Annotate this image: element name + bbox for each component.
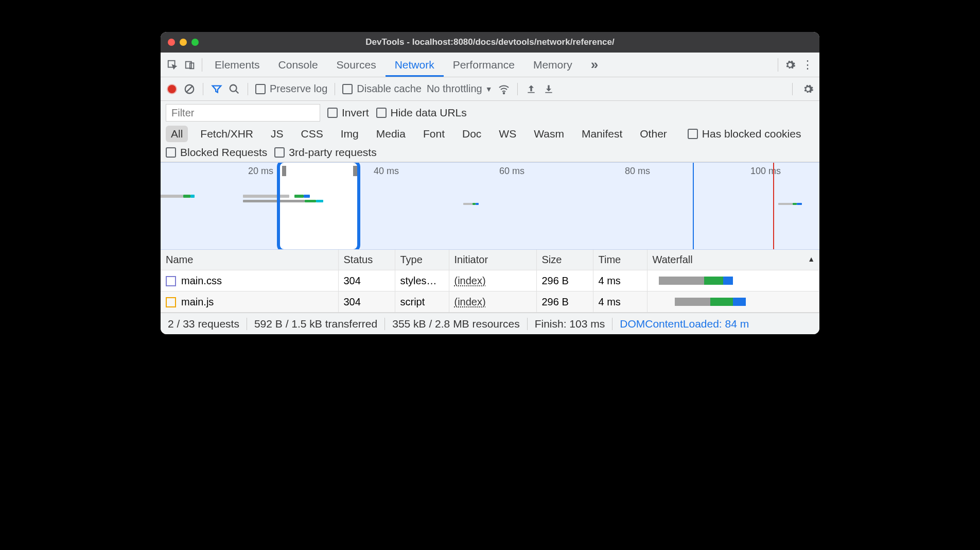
preserve-log-checkbox[interactable]: Preserve log (255, 83, 327, 95)
throttling-select[interactable]: No throttling ▼ (427, 83, 493, 95)
overview-selection[interactable] (280, 163, 357, 249)
tab-network[interactable]: Network (386, 53, 444, 77)
col-status[interactable]: Status (338, 250, 395, 270)
filter-chip-ws[interactable]: WS (494, 126, 521, 142)
filter-chip-js[interactable]: JS (266, 126, 289, 142)
filter-chip-all[interactable]: All (166, 126, 188, 142)
tabs-overflow[interactable]: » (582, 53, 607, 77)
divider (335, 83, 335, 95)
filter-chip-img[interactable]: Img (336, 126, 364, 142)
download-har-icon[interactable] (542, 83, 555, 95)
filter-chip-doc[interactable]: Doc (457, 126, 486, 142)
svg-rect-8 (528, 92, 534, 93)
filter-chip-fetchxhr[interactable]: Fetch/XHR (195, 126, 258, 142)
filter-input[interactable] (166, 104, 320, 122)
waterfall-cell (653, 274, 814, 287)
invert-checkbox[interactable]: Invert (327, 107, 369, 119)
devtools-tabs: ElementsConsoleSourcesNetworkPerformance… (161, 53, 819, 77)
file-name: main.css (181, 275, 222, 286)
upload-har-icon[interactable] (525, 83, 537, 95)
col-name[interactable]: Name (161, 250, 338, 270)
filter-row-3: Blocked Requests 3rd-party requests (161, 143, 819, 162)
tab-sources[interactable]: Sources (327, 53, 386, 77)
filter-chip-media[interactable]: Media (371, 126, 411, 142)
preserve-log-label: Preserve log (270, 83, 327, 95)
tab-memory[interactable]: Memory (524, 53, 582, 77)
table-row[interactable]: main.js304script(index)296 B4 ms (161, 291, 819, 313)
filter-chip-wasm[interactable]: Wasm (529, 126, 569, 142)
divider (203, 83, 203, 95)
kebab-menu-icon[interactable]: ⋮ (799, 56, 816, 74)
col-time[interactable]: Time (593, 250, 647, 270)
overview-bar (463, 203, 472, 205)
has-blocked-cookies-label: Has blocked cookies (702, 128, 801, 140)
chevron-down-icon: ▼ (485, 85, 493, 93)
settings-icon[interactable] (781, 56, 799, 74)
filter-chip-manifest[interactable]: Manifest (576, 126, 627, 142)
blocked-requests-checkbox[interactable]: Blocked Requests (166, 146, 267, 159)
size-cell: 296 B (536, 291, 593, 313)
record-button[interactable] (166, 83, 178, 95)
network-conditions-icon[interactable] (498, 83, 510, 95)
file-name: main.js (181, 296, 214, 307)
overview-bar (243, 200, 305, 202)
size-cell: 296 B (536, 270, 593, 291)
filter-chip-other[interactable]: Other (635, 126, 672, 142)
overview-bar (778, 203, 793, 205)
hide-data-urls-checkbox[interactable]: Hide data URLs (376, 107, 467, 119)
load-marker (773, 163, 774, 249)
tab-performance[interactable]: Performance (444, 53, 524, 77)
filter-icon[interactable] (211, 83, 223, 95)
col-initiator[interactable]: Initiator (449, 250, 536, 270)
col-size[interactable]: Size (536, 250, 593, 270)
overview-bar (476, 203, 479, 205)
filter-type-chips: AllFetch/XHRJSCSSImgMediaFontDocWSWasmMa… (161, 125, 819, 143)
third-party-checkbox[interactable]: 3rd-party requests (274, 146, 376, 159)
search-icon[interactable] (228, 83, 240, 95)
overview-bar (190, 195, 195, 198)
domcontentloaded-marker (693, 163, 694, 249)
svg-rect-9 (545, 92, 552, 93)
inspect-element-icon[interactable] (164, 56, 181, 74)
table-row[interactable]: main.css304styles…(index)296 B4 ms (161, 270, 819, 291)
type-cell: styles… (395, 270, 449, 291)
status-resources: 355 kB / 2.8 MB resources (392, 318, 519, 330)
type-cell: script (395, 291, 449, 313)
overview-tick: 80 ms (625, 166, 650, 177)
tab-console[interactable]: Console (269, 53, 327, 77)
overview-bar (797, 203, 802, 205)
requests-table: Name Status Type Initiator Size Time Wat… (161, 250, 819, 313)
initiator-link[interactable]: (index) (454, 275, 486, 286)
file-js-icon (166, 297, 176, 307)
selection-handle-right[interactable] (353, 166, 357, 176)
has-blocked-cookies-checkbox[interactable]: Has blocked cookies (688, 128, 801, 140)
overview-tick: 100 ms (750, 166, 781, 177)
overview-bar (161, 195, 183, 198)
throttling-value: No throttling (427, 83, 482, 95)
time-cell: 4 ms (593, 291, 647, 313)
col-waterfall[interactable]: Waterfall▲ (647, 250, 819, 270)
divider (202, 58, 202, 72)
initiator-link[interactable]: (index) (454, 296, 486, 307)
svg-point-5 (230, 84, 237, 91)
filter-chip-css[interactable]: CSS (296, 126, 328, 142)
status-cell: 304 (338, 291, 395, 313)
filter-chip-font[interactable]: Font (418, 126, 450, 142)
disable-cache-checkbox[interactable]: Disable cache (342, 83, 422, 95)
overview-bar (243, 195, 289, 198)
tab-elements[interactable]: Elements (205, 53, 269, 77)
overview-bar (305, 200, 316, 202)
network-settings-icon[interactable] (802, 83, 814, 95)
overview-tick: 60 ms (499, 166, 524, 177)
overview-bar (294, 195, 304, 198)
divider (778, 58, 778, 72)
col-type[interactable]: Type (395, 250, 449, 270)
devtools-window: DevTools - localhost:8080/docs/devtools/… (161, 32, 819, 334)
overview-tick: 40 ms (374, 166, 399, 177)
clear-icon[interactable] (183, 83, 196, 95)
file-css-icon (166, 276, 176, 286)
selection-handle-left[interactable] (282, 166, 286, 176)
overview-timeline[interactable]: 20 ms40 ms60 ms80 ms100 ms (161, 162, 819, 250)
overview-bar (183, 195, 190, 198)
device-toolbar-icon[interactable] (181, 56, 199, 74)
